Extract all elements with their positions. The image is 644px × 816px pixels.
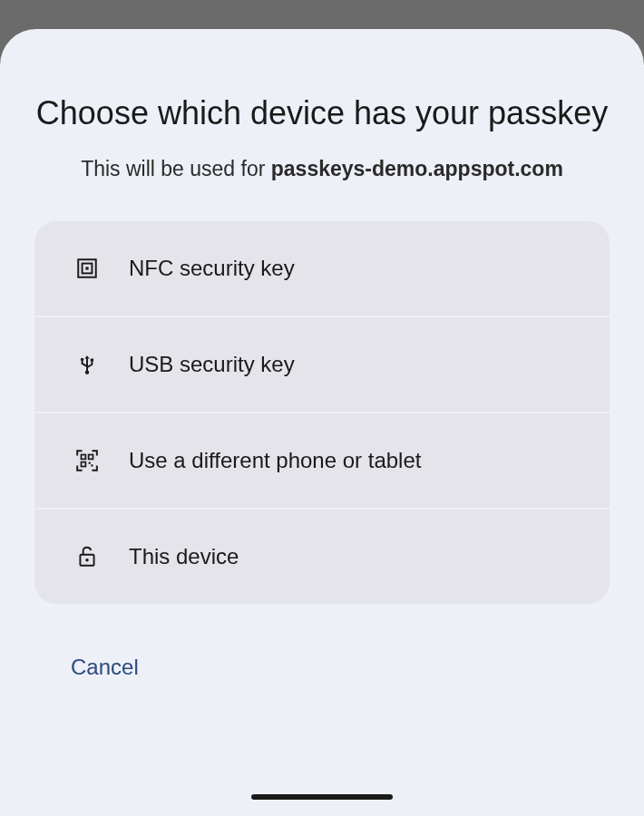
svg-rect-2 [85, 267, 88, 269]
svg-rect-10 [89, 461, 91, 463]
svg-rect-8 [89, 454, 93, 459]
option-usb-security-key[interactable]: USB security key [34, 317, 610, 413]
svg-point-13 [85, 559, 88, 561]
option-nfc-security-key[interactable]: NFC security key [34, 221, 610, 317]
svg-rect-9 [82, 461, 86, 466]
qr-code-icon [74, 448, 100, 473]
usb-icon [74, 352, 100, 377]
option-label: This device [129, 544, 239, 569]
subtitle-prefix: This will be used for [81, 157, 271, 180]
svg-rect-6 [91, 358, 93, 361]
sheet-title: Choose which device has your passkey [34, 92, 610, 135]
subtitle-domain: passkeys-demo.appspot.com [271, 157, 563, 180]
svg-point-5 [81, 358, 83, 361]
gesture-handle[interactable] [251, 794, 393, 800]
svg-rect-11 [91, 464, 93, 466]
svg-rect-7 [82, 454, 86, 459]
svg-point-4 [85, 370, 89, 374]
cancel-button[interactable]: Cancel [71, 655, 139, 680]
unlock-icon [74, 544, 100, 569]
device-option-list: NFC security key USB security key [34, 221, 610, 604]
option-this-device[interactable]: This device [34, 510, 610, 604]
option-label: USB security key [129, 352, 295, 377]
sheet-subtitle: This will be used for passkeys-demo.apps… [34, 157, 610, 181]
option-label: Use a different phone or tablet [129, 448, 421, 473]
nfc-icon [74, 256, 100, 281]
device-picker-sheet: Choose which device has your passkey Thi… [0, 29, 644, 816]
option-label: NFC security key [129, 256, 295, 281]
option-different-phone-tablet[interactable]: Use a different phone or tablet [34, 413, 610, 510]
